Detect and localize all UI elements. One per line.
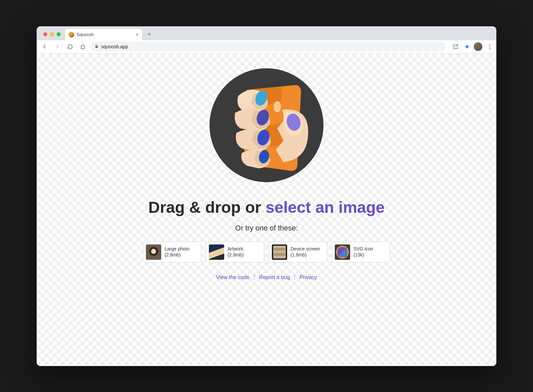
tab-title: Squoosh — [77, 32, 133, 37]
bookmark-star-icon[interactable]: ★ — [464, 43, 470, 50]
close-tab-icon[interactable]: × — [136, 32, 139, 37]
titlebar: Squoosh × + — [37, 26, 496, 40]
lock-icon — [95, 44, 99, 49]
subheading: Or try one of these: — [235, 224, 298, 232]
page-content[interactable]: Drag & drop or select an image Or try on… — [37, 54, 496, 366]
sample-thumb-icon — [146, 244, 161, 260]
toolbar: squoosh.app ★ — [37, 40, 496, 54]
sample-size: (2.8mb) — [165, 252, 190, 258]
browser-tab[interactable]: Squoosh × — [65, 29, 142, 40]
footer-links: View the code Report a bug Privacy — [216, 274, 317, 280]
sample-thumb-icon — [272, 244, 287, 260]
sample-label: Large photo — [165, 246, 190, 252]
browser-window: Squoosh × + squoosh.app ★ — [37, 26, 496, 366]
sample-size: (1.6mb) — [290, 252, 320, 258]
address-bar[interactable]: squoosh.app — [91, 42, 446, 52]
url-text: squoosh.app — [101, 44, 442, 49]
sample-size: (2.9mb) — [228, 252, 244, 258]
squoosh-logo-icon — [205, 64, 328, 188]
sample-label: Device screen — [290, 246, 320, 252]
report-bug-link[interactable]: Report a bug — [259, 274, 290, 280]
open-external-icon[interactable] — [451, 42, 460, 51]
svg-point-1 — [273, 101, 281, 112]
sample-label: Artwork — [228, 246, 244, 252]
sample-thumb-icon — [209, 244, 224, 260]
squoosh-favicon-icon — [69, 32, 74, 37]
sample-large-photo[interactable]: Large photo (2.8mb) — [143, 242, 201, 262]
sample-label: SVG icon — [353, 246, 373, 252]
privacy-link[interactable]: Privacy — [299, 274, 317, 280]
sample-svg-icon[interactable]: SVG icon (13k) — [332, 242, 390, 262]
profile-avatar[interactable] — [474, 42, 482, 51]
separator-icon — [294, 274, 295, 280]
menu-button[interactable] — [486, 44, 493, 49]
home-button[interactable] — [78, 42, 87, 51]
separator-icon — [254, 274, 255, 280]
traffic-lights[interactable] — [41, 32, 63, 40]
window-maximize-icon[interactable] — [57, 32, 61, 36]
headline: Drag & drop or select an image — [148, 198, 385, 216]
new-tab-button[interactable]: + — [145, 30, 154, 39]
sample-artwork[interactable]: Artwork (2.9mb) — [206, 242, 264, 262]
window-close-icon[interactable] — [43, 32, 47, 36]
back-button[interactable] — [40, 42, 49, 51]
headline-prefix: Drag & drop or — [148, 198, 266, 216]
select-image-link[interactable]: select an image — [266, 198, 385, 216]
view-code-link[interactable]: View the code — [216, 274, 249, 280]
toolbar-right: ★ — [449, 42, 493, 51]
sample-device-screen[interactable]: Device screen (1.6mb) — [269, 242, 327, 262]
forward-button[interactable] — [53, 42, 62, 51]
window-minimize-icon[interactable] — [50, 32, 54, 36]
sample-row: Large photo (2.8mb) Artwork (2.9mb) Devi… — [143, 242, 390, 262]
sample-thumb-icon — [335, 244, 350, 260]
reload-button[interactable] — [65, 42, 75, 51]
sample-size: (13k) — [353, 252, 373, 258]
